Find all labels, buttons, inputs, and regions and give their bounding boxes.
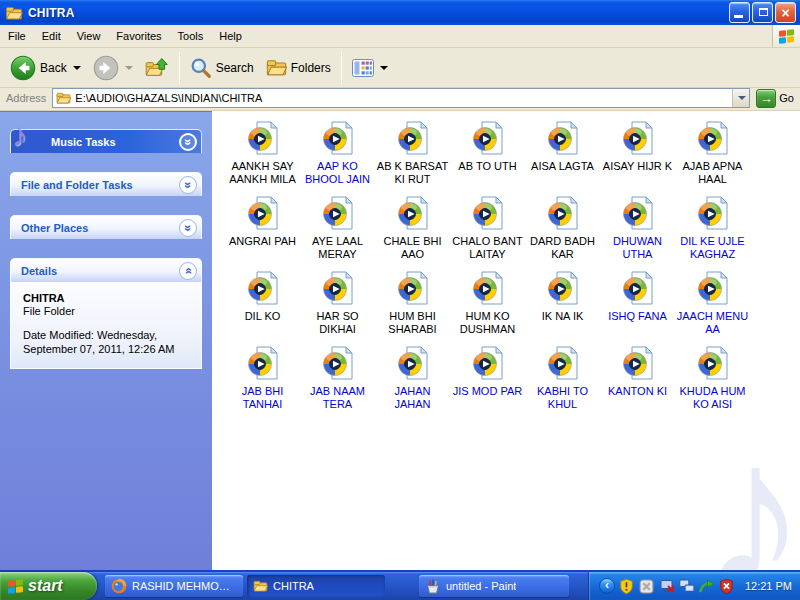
file-name: AJAB APNA HAAL <box>676 160 750 186</box>
file-item[interactable]: ANGRAI PAH <box>225 192 300 267</box>
go-button[interactable]: → <box>756 89 776 108</box>
folder-content-area[interactable]: ♪ AANKH SAY AANKH MILA AAP KO BHOOL JAIN… <box>212 111 800 570</box>
file-item[interactable]: JAHAN JAHAN <box>375 342 450 417</box>
file-item[interactable]: HAR SO DIKHAI <box>300 267 375 342</box>
media-file-icon <box>396 195 429 233</box>
address-dropdown-button[interactable] <box>732 89 749 107</box>
file-item[interactable]: CHALO BANT LAITAY <box>450 192 525 267</box>
title-bar[interactable]: CHITRA × <box>0 0 800 25</box>
menu-item-tools[interactable]: Tools <box>170 25 212 47</box>
file-item[interactable]: KHUDA HUM KO AISI <box>675 342 750 417</box>
gray-app-icon[interactable] <box>639 578 655 594</box>
details-header[interactable]: Details » <box>10 258 202 282</box>
panel-title: File and Folder Tasks <box>21 179 179 191</box>
details-body: CHITRA File Folder Date Modified: Wednes… <box>10 282 202 369</box>
file-name: AISAY HIJR K <box>603 160 672 173</box>
file-grid: AANKH SAY AANKH MILA AAP KO BHOOL JAIN A… <box>212 111 800 417</box>
task-label: CHITRA <box>273 580 314 592</box>
media-file-icon <box>246 345 279 383</box>
media-file-icon <box>321 270 354 308</box>
collapse-button[interactable]: » <box>179 262 197 280</box>
expand-button[interactable]: » <box>179 219 197 237</box>
expand-button[interactable]: » <box>179 176 197 194</box>
file-item[interactable]: AAP KO BHOOL JAIN <box>300 117 375 192</box>
views-dropdown-icon <box>380 66 388 70</box>
search-icon <box>190 57 212 79</box>
media-file-icon <box>396 120 429 158</box>
file-name: DARD BADH KAR <box>526 235 600 261</box>
back-dropdown-icon <box>73 66 81 70</box>
security-alert-shield-icon[interactable] <box>719 578 735 594</box>
file-item[interactable]: AANKH SAY AANKH MILA <box>225 117 300 192</box>
file-item[interactable]: IK NA IK <box>525 267 600 342</box>
taskbar-task-2[interactable]: CHITRA <box>247 575 385 597</box>
file-item[interactable]: DARD BADH KAR <box>525 192 600 267</box>
go-label[interactable]: Go <box>779 92 794 104</box>
menu-item-view[interactable]: View <box>69 25 109 47</box>
file-name: AYE LAAL MERAY <box>301 235 375 261</box>
search-button[interactable]: Search <box>184 51 260 85</box>
file-item[interactable]: AYE LAAL MERAY <box>300 192 375 267</box>
taskbar-task-1[interactable]: RASHID MEHMOOD - ... <box>105 575 243 597</box>
back-button[interactable]: Back <box>4 51 87 85</box>
file-item[interactable]: AB K BARSAT KI RUT <box>375 117 450 192</box>
menu-item-help[interactable]: Help <box>211 25 250 47</box>
sidebar-panel-file-folder-tasks: File and Folder Tasks » <box>10 172 202 196</box>
start-button[interactable]: start <box>0 572 97 600</box>
file-item[interactable]: DIL KO <box>225 267 300 342</box>
close-button[interactable]: × <box>775 2 796 23</box>
file-item[interactable]: DIL KE UJLE KAGHAZ <box>675 192 750 267</box>
file-item[interactable]: AB TO UTH <box>450 117 525 192</box>
media-file-icon <box>621 120 654 158</box>
menu-item-edit[interactable]: Edit <box>34 25 69 47</box>
panel-title: Other Places <box>21 222 179 234</box>
network-disconnected-icon[interactable] <box>659 578 675 594</box>
views-button[interactable] <box>346 51 394 85</box>
media-file-icon <box>396 270 429 308</box>
file-item[interactable]: JAACH MENU AA <box>675 267 750 342</box>
sidebar-panel-music-tasks: ♪ Music Tasks » <box>10 129 202 153</box>
media-file-icon <box>696 345 729 383</box>
music-tasks-header[interactable]: Music Tasks » <box>10 129 202 153</box>
file-name: JAB BHI TANHAI <box>226 385 300 411</box>
expand-button[interactable]: » <box>179 133 197 151</box>
address-input[interactable]: E:\AUDIO\GHAZALS\INDIAN\CHITRA <box>52 88 750 108</box>
collapse-arrow-icon[interactable]: ‹ <box>599 578 615 594</box>
file-item[interactable]: JAB NAAM TERA <box>300 342 375 417</box>
file-name: AANKH SAY AANKH MILA <box>226 160 300 186</box>
file-item[interactable]: HUM BHI SHARABI <box>375 267 450 342</box>
menu-item-favorites[interactable]: Favorites <box>108 25 169 47</box>
file-name: AISA LAGTA <box>531 160 594 173</box>
lan-network-icon[interactable] <box>679 578 695 594</box>
menu-item-file[interactable]: File <box>0 25 34 47</box>
task-label: untitled - Paint <box>446 580 516 592</box>
forward-button[interactable] <box>87 51 139 85</box>
chevron-down-icon <box>738 96 746 100</box>
file-item[interactable]: KANTON KI <box>600 342 675 417</box>
file-folder-tasks-header[interactable]: File and Folder Tasks » <box>10 172 202 196</box>
up-button[interactable] <box>139 51 175 85</box>
download-manager-icon[interactable] <box>699 578 715 594</box>
file-item[interactable]: AISA LAGTA <box>525 117 600 192</box>
taskbar-task-3[interactable]: untitled - Paint <box>419 575 569 597</box>
details-date-modified: Date Modified: Wednesday, September 07, … <box>23 328 195 356</box>
file-item[interactable]: HUM KO DUSHMAN <box>450 267 525 342</box>
file-item[interactable]: AJAB APNA HAAL <box>675 117 750 192</box>
media-file-icon <box>471 120 504 158</box>
file-item[interactable]: JIS MOD PAR <box>450 342 525 417</box>
file-item[interactable]: KABHI TO KHUL <box>525 342 600 417</box>
restore-button[interactable] <box>752 2 773 23</box>
file-name: JAB NAAM TERA <box>301 385 375 411</box>
file-item[interactable]: ISHQ FANA <box>600 267 675 342</box>
folders-button[interactable]: Folders <box>260 51 337 85</box>
file-item[interactable]: JAB BHI TANHAI <box>225 342 300 417</box>
file-name: ISHQ FANA <box>608 310 667 323</box>
panel-title: Details <box>21 265 179 277</box>
file-item[interactable]: AISAY HIJR K <box>600 117 675 192</box>
windows-logo <box>8 580 23 593</box>
file-item[interactable]: DHUWAN UTHA <box>600 192 675 267</box>
other-places-header[interactable]: Other Places » <box>10 215 202 239</box>
file-item[interactable]: CHALE BHI AAO <box>375 192 450 267</box>
security-warning-shield-icon[interactable] <box>619 578 635 594</box>
minimize-button[interactable] <box>729 2 750 23</box>
